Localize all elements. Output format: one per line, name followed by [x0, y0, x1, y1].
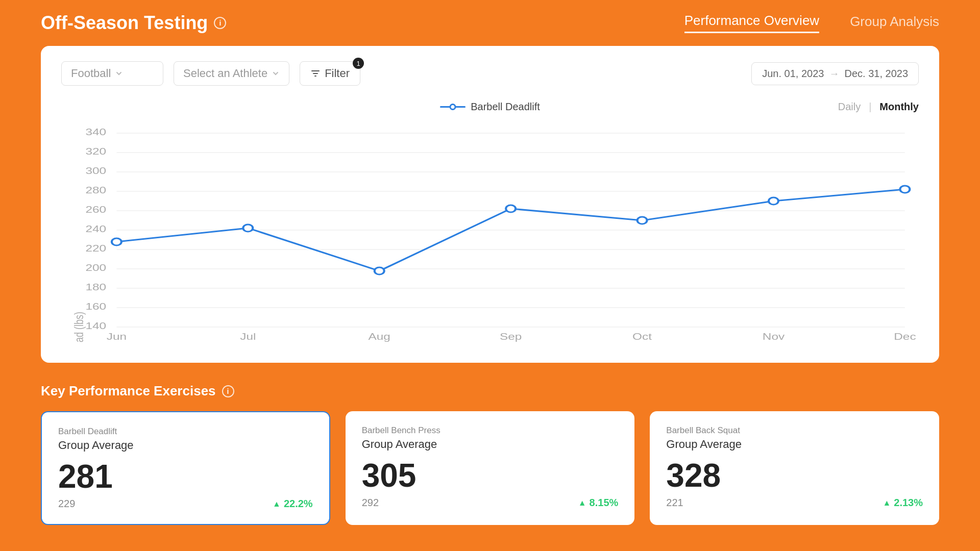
kpi-change-1: ▲ 8.15% — [578, 497, 619, 509]
kpi-card-bench[interactable]: Barbell Bench Press Group Average 305 29… — [346, 411, 635, 525]
svg-text:Sep: Sep — [500, 332, 522, 342]
svg-text:320: 320 — [85, 146, 106, 157]
athlete-chevron-icon — [272, 69, 280, 78]
svg-text:220: 220 — [85, 243, 106, 254]
athlete-label: Select an Athlete — [183, 67, 267, 80]
svg-text:280: 280 — [85, 185, 106, 195]
info-icon[interactable]: i — [214, 17, 226, 29]
svg-text:Jul: Jul — [240, 332, 256, 342]
chart-area: 140 160 180 200 220 240 260 280 300 320 … — [61, 118, 919, 342]
kpi-change-text-1: 8.15% — [590, 497, 619, 509]
kpi-change-2: ▲ 2.13% — [883, 497, 923, 509]
kpi-exercise-name-2: Barbell Back Squat — [666, 425, 923, 436]
title-text: Off-Season Testing — [41, 12, 208, 34]
svg-text:260: 260 — [85, 205, 106, 215]
kpi-value-2: 328 — [666, 459, 923, 492]
svg-point-24 — [243, 224, 253, 232]
svg-text:Dec: Dec — [894, 332, 916, 342]
trend-up-icon-1: ▲ — [578, 498, 586, 508]
chart-legend: Barbell Deadlift — [440, 101, 540, 113]
svg-text:Jun: Jun — [107, 332, 127, 342]
svg-text:Nov: Nov — [763, 332, 785, 342]
header: Off-Season Testing i Performance Overvie… — [0, 0, 980, 46]
kpi-card-squat[interactable]: Barbell Back Squat Group Average 328 221… — [650, 411, 939, 525]
kpi-section-title: Key Performance Exercises i — [41, 383, 939, 399]
date-arrow-icon: → — [829, 68, 839, 80]
main-card: Football Select an Athlete Filter 1 Jun.… — [41, 46, 939, 363]
kpi-sub-2: 221 — [666, 497, 683, 509]
kpi-bottom-0: 229 ▲ 22.2% — [58, 498, 313, 510]
kpi-change-text-0: 22.2% — [284, 498, 313, 510]
svg-text:140: 140 — [85, 321, 106, 331]
kpi-bottom-1: 292 ▲ 8.15% — [362, 497, 619, 509]
filter-button[interactable]: Filter 1 — [300, 61, 360, 86]
kpi-sub-1: 292 — [362, 497, 379, 509]
svg-text:240: 240 — [85, 224, 106, 234]
svg-point-26 — [506, 205, 516, 212]
kpi-label-1: Group Average — [362, 438, 619, 451]
filter-icon — [310, 68, 321, 79]
chart-legend-label: Barbell Deadlift — [471, 101, 540, 113]
chart-svg: 140 160 180 200 220 240 260 280 300 320 … — [61, 118, 919, 342]
app-title: Off-Season Testing i — [41, 12, 226, 34]
svg-text:Load (lbs): Load (lbs) — [72, 312, 86, 342]
svg-text:Aug: Aug — [369, 332, 390, 342]
chart-header: Barbell Deadlift Daily | Monthly — [61, 101, 919, 113]
kpi-change-0: ▲ 22.2% — [273, 498, 313, 510]
kpi-exercise-name-0: Barbell Deadlift — [58, 427, 313, 437]
kpi-sub-0: 229 — [58, 498, 75, 510]
svg-point-27 — [638, 217, 647, 224]
svg-text:Oct: Oct — [632, 332, 652, 342]
main-nav: Performance Overview Group Analysis — [684, 13, 939, 33]
trend-up-icon-0: ▲ — [273, 499, 281, 509]
kpi-info-icon[interactable]: i — [222, 385, 234, 397]
nav-performance-overview[interactable]: Performance Overview — [684, 13, 819, 33]
svg-text:160: 160 — [85, 302, 106, 312]
kpi-label-2: Group Average — [666, 438, 923, 451]
svg-text:180: 180 — [85, 282, 106, 292]
svg-point-25 — [375, 267, 384, 274]
svg-point-28 — [769, 197, 778, 205]
svg-text:340: 340 — [85, 127, 106, 137]
svg-text:300: 300 — [85, 166, 106, 176]
svg-point-23 — [112, 238, 121, 245]
filter-badge: 1 — [353, 58, 364, 69]
toggle-daily[interactable]: Daily — [838, 101, 861, 113]
kpi-card-deadlift[interactable]: Barbell Deadlift Group Average 281 229 ▲… — [41, 411, 330, 525]
filter-label: Filter — [325, 67, 350, 80]
kpi-change-text-2: 2.13% — [894, 497, 923, 509]
svg-text:200: 200 — [85, 263, 106, 273]
chart-toggle: Daily | Monthly — [540, 101, 919, 113]
trend-up-icon-2: ▲ — [883, 498, 891, 508]
kpi-value-0: 281 — [58, 460, 313, 493]
kpi-section: Key Performance Exercises i Barbell Dead… — [0, 363, 980, 545]
date-end: Dec. 31, 2023 — [844, 68, 908, 80]
kpi-bottom-2: 221 ▲ 2.13% — [666, 497, 923, 509]
sport-dropdown[interactable]: Football — [61, 61, 163, 86]
date-start: Jun. 01, 2023 — [762, 68, 824, 80]
nav-group-analysis[interactable]: Group Analysis — [850, 14, 939, 33]
kpi-exercise-name-1: Barbell Bench Press — [362, 425, 619, 436]
date-range-picker[interactable]: Jun. 01, 2023 → Dec. 31, 2023 — [751, 62, 919, 85]
toggle-monthly[interactable]: Monthly — [879, 101, 919, 113]
filter-bar: Football Select an Athlete Filter 1 Jun.… — [61, 61, 919, 86]
kpi-cards: Barbell Deadlift Group Average 281 229 ▲… — [41, 411, 939, 525]
kpi-label-0: Group Average — [58, 439, 313, 452]
kpi-value-1: 305 — [362, 459, 619, 492]
sport-label: Football — [71, 67, 111, 80]
svg-point-29 — [900, 186, 910, 193]
sport-chevron-icon — [115, 69, 123, 78]
kpi-title-text: Key Performance Exercises — [41, 383, 216, 399]
athlete-dropdown[interactable]: Select an Athlete — [174, 61, 289, 86]
